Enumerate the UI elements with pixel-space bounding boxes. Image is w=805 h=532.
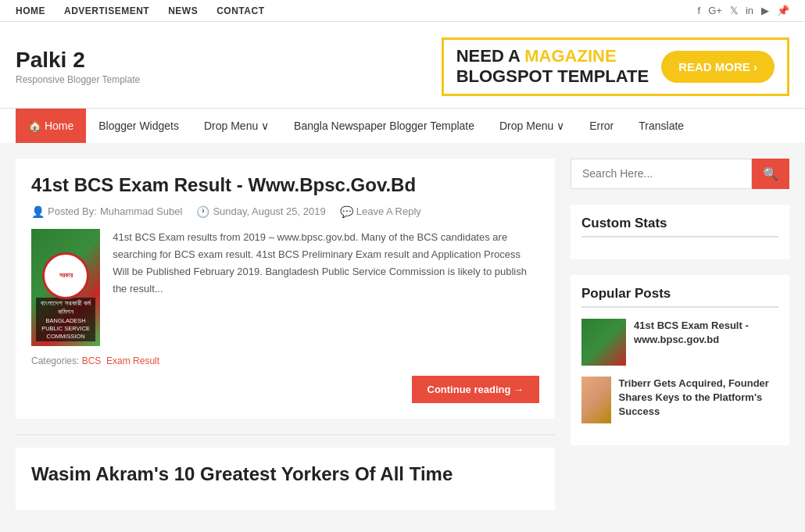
- category-exam-result[interactable]: Exam Result: [106, 355, 159, 366]
- popular-post-title-1[interactable]: 41st BCS Exam Result - www.bpsc.gov.bd: [634, 319, 778, 347]
- article-footer-1: Categories: BCS Exam Result Continue rea…: [31, 355, 539, 403]
- nav-item-translate[interactable]: Translate: [626, 109, 696, 143]
- article-comment-icon: 💬 Leave A Reply: [340, 205, 421, 218]
- popular-post-item-2: Triberr Gets Acquired, Founder Shares Ke…: [581, 377, 778, 423]
- content-wrapper: 41st BCS Exam Result - Www.Bpsc.Gov.Bd 👤…: [0, 143, 805, 532]
- popular-posts-section: Popular Posts 41st BCS Exam Result - www…: [571, 275, 789, 445]
- top-nav-bar: HOME ADVERTISEMENT NEWS CONTACT f G+ 𝕏 i…: [0, 0, 805, 22]
- sidebar: 🔍 Custom Stats Popular Posts 41st BCS Ex…: [571, 159, 789, 526]
- nav-item-error[interactable]: Error: [577, 109, 626, 143]
- custom-stats-section: Custom Stats: [571, 205, 789, 259]
- facebook-icon[interactable]: f: [698, 5, 701, 16]
- article-thumbnail-1: সরকার বাংলাদেশ সরকারী কর্ম কমিশনBANGLADE…: [31, 229, 100, 346]
- nav-item-blogger-widgets[interactable]: Blogger Widgets: [86, 109, 191, 143]
- top-nav-links: HOME ADVERTISEMENT NEWS CONTACT: [16, 5, 264, 16]
- main-content: 41st BCS Exam Result - Www.Bpsc.Gov.Bd 👤…: [16, 159, 555, 526]
- nav-item-bangla-newspaper[interactable]: Bangla Newspaper Blogger Template: [281, 109, 487, 143]
- googleplus-icon[interactable]: G+: [708, 5, 722, 16]
- banner-read-more-button[interactable]: READ MORE ›: [661, 51, 775, 83]
- banner-highlight: MAGAZINE: [524, 46, 616, 66]
- site-title: Palki 2: [16, 48, 140, 73]
- popular-posts-title: Popular Posts: [581, 286, 778, 308]
- custom-stats-title: Custom Stats: [581, 216, 778, 237]
- article-excerpt-1: 41st BCS Exam results from 2019 – www.bp…: [113, 229, 539, 346]
- article-card-1: 41st BCS Exam Result - Www.Bpsc.Gov.Bd 👤…: [16, 159, 555, 419]
- article-categories-1: Categories: BCS Exam Result: [31, 355, 539, 366]
- search-box: 🔍: [571, 159, 789, 189]
- nav-advertisement[interactable]: ADVERTISEMENT: [64, 5, 149, 16]
- banner-line2: BLOGSPOT TEMPLATE: [456, 66, 649, 87]
- nav-item-home[interactable]: 🏠 Home: [16, 109, 86, 143]
- youtube-icon[interactable]: ▶: [761, 5, 769, 16]
- article-title-1: 41st BCS Exam Result - Www.Bpsc.Gov.Bd: [31, 174, 539, 196]
- article-comment: Leave A Reply: [356, 205, 421, 217]
- article-card-2: Wasim Akram's 10 Greatest Yorkers Of All…: [16, 448, 555, 510]
- pinterest-icon[interactable]: 📌: [777, 5, 789, 16]
- article-meta-1: 👤 Posted By: Muhammad Subel 🕐 Sunday, Au…: [31, 205, 539, 218]
- article-logo-circle: সরকার: [42, 252, 89, 299]
- social-icons: f G+ 𝕏 in ▶ 📌: [698, 5, 789, 16]
- site-tagline: Responsive Blogger Template: [16, 74, 140, 85]
- popular-post-thumbnail-1: [581, 319, 626, 366]
- popular-post-item-1: 41st BCS Exam Result - www.bpsc.gov.bd: [581, 319, 778, 366]
- article-img-caption: বাংলাদেশ সরকারী কর্ম কমিশনBANGLADESH PUB…: [36, 298, 95, 341]
- site-logo: Palki 2 Responsive Blogger Template: [16, 48, 140, 85]
- nav-news[interactable]: NEWS: [168, 5, 198, 16]
- continue-reading-button[interactable]: Continue reading →: [412, 376, 540, 403]
- article-author: Posted By: Muhammad Subel: [48, 205, 182, 217]
- category-bcs[interactable]: BCS: [82, 355, 102, 366]
- nav-item-drop-menu-2[interactable]: Drop Menu ∨: [487, 109, 577, 143]
- nav-home[interactable]: HOME: [16, 5, 45, 16]
- linkedin-icon[interactable]: in: [746, 5, 753, 16]
- article-title-2[interactable]: Wasim Akram's 10 Greatest Yorkers Of All…: [31, 463, 539, 485]
- search-button[interactable]: 🔍: [752, 159, 789, 189]
- banner-text: NEED A MAGAZINE BLOGSPOT TEMPLATE: [456, 46, 649, 87]
- site-header: Palki 2 Responsive Blogger Template NEED…: [0, 22, 805, 108]
- article-author-icon: 👤 Posted By: Muhammad Subel: [31, 205, 182, 218]
- twitter-icon[interactable]: 𝕏: [730, 5, 738, 16]
- popular-post-title-2[interactable]: Triberr Gets Acquired, Founder Shares Ke…: [619, 377, 778, 420]
- nav-contact[interactable]: CONTACT: [216, 5, 264, 16]
- article-date-icon: 🕐 Sunday, August 25, 2019: [196, 205, 325, 218]
- popular-post-thumbnail-2: [581, 377, 611, 423]
- main-navigation: 🏠 Home Blogger Widgets Drop Menu ∨ Bangl…: [0, 108, 805, 143]
- nav-item-drop-menu-1[interactable]: Drop Menu ∨: [191, 109, 281, 143]
- section-divider: [16, 434, 555, 435]
- article-date: Sunday, August 25, 2019: [213, 205, 325, 217]
- header-banner: NEED A MAGAZINE BLOGSPOT TEMPLATE READ M…: [442, 37, 789, 96]
- article-body-1: সরকার বাংলাদেশ সরকারী কর্ম কমিশনBANGLADE…: [31, 229, 539, 346]
- search-input[interactable]: [571, 159, 752, 189]
